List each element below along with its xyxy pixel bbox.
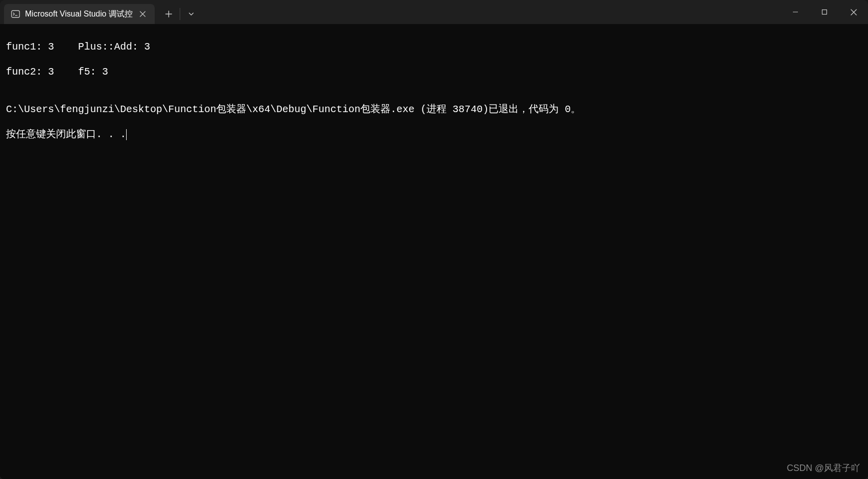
close-button[interactable] (839, 0, 868, 24)
tab-dropdown-button[interactable] (181, 4, 201, 24)
output-line: 按任意键关闭此窗口. . . (6, 129, 126, 140)
cursor (126, 129, 127, 140)
output-line: func1: 3 Plus::Add: 3 (6, 41, 862, 53)
terminal-output-area[interactable]: func1: 3 Plus::Add: 3 func2: 3 f5: 3 C:\… (0, 24, 868, 479)
window-controls (781, 0, 868, 24)
maximize-button[interactable] (810, 0, 839, 24)
svg-rect-3 (822, 10, 827, 15)
tab-close-button[interactable] (138, 9, 148, 19)
terminal-icon (11, 10, 20, 19)
terminal-window: Microsoft Visual Studio 调试控 (0, 0, 868, 479)
titlebar-left: Microsoft Visual Studio 调试控 (0, 0, 201, 24)
divider (180, 8, 180, 20)
tab-title: Microsoft Visual Studio 调试控 (25, 9, 133, 20)
tab-active[interactable]: Microsoft Visual Studio 调试控 (4, 4, 155, 24)
titlebar: Microsoft Visual Studio 调试控 (0, 0, 868, 24)
tab-actions (159, 4, 201, 24)
minimize-button[interactable] (781, 0, 810, 24)
output-line: func2: 3 f5: 3 (6, 66, 862, 78)
svg-rect-0 (12, 11, 20, 18)
new-tab-button[interactable] (159, 4, 179, 24)
output-line: C:\Users\fengjunzi\Desktop\Function包装器\x… (6, 103, 862, 116)
